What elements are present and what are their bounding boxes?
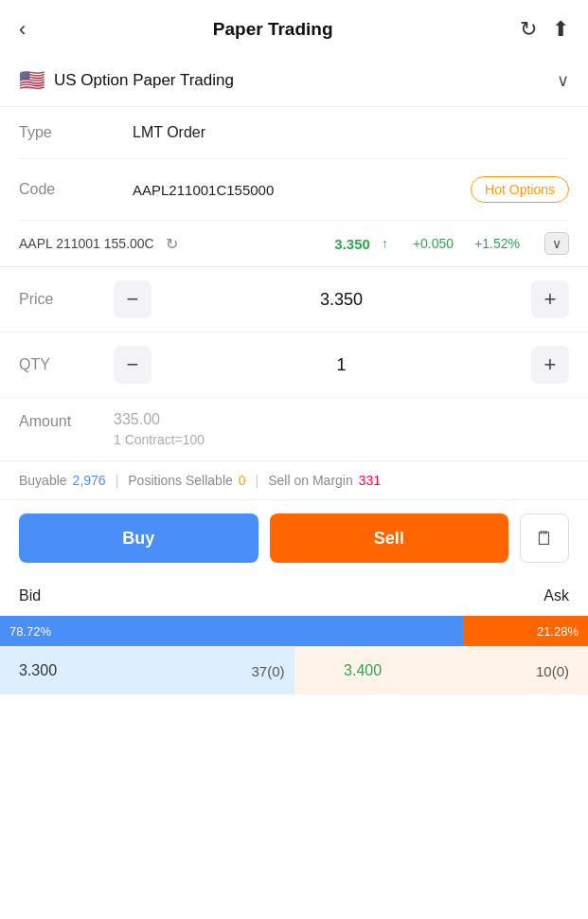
price-label: Price [19, 291, 114, 308]
type-label: Type [19, 124, 133, 141]
price-control-inner: − 3.350 + [114, 280, 569, 318]
bid-qty: 37(0) [251, 663, 284, 679]
amount-value: 335.00 [114, 411, 205, 428]
ticker-name: AAPL 211001 155.00C [19, 236, 154, 251]
hot-options-button[interactable]: Hot Options [471, 176, 569, 203]
qty-control-inner: − 1 + [114, 346, 569, 384]
ticker-pct: +1.52% [474, 236, 520, 251]
type-row: Type LMT Order [19, 107, 569, 159]
qty-label: QTY [19, 356, 114, 373]
ask-progress: 21.28% [463, 616, 588, 646]
form-section: Type LMT Order Code AAPL211001C155000 Ho… [0, 107, 588, 221]
amount-note: 1 Contract=100 [114, 432, 205, 447]
margin-label: Sell on Margin [268, 473, 353, 488]
header-icons: ↻ ⬆ [520, 17, 569, 42]
margin-value: 331 [359, 473, 381, 488]
bid-ask-header: Bid Ask [0, 576, 588, 616]
qty-control-row: QTY − 1 + [0, 333, 588, 398]
positions-label: Positions Sellable [128, 473, 233, 488]
bid-price: 3.300 [19, 662, 251, 679]
ticker-refresh-icon[interactable]: ↻ [166, 235, 178, 253]
qty-minus-button[interactable]: − [114, 346, 151, 384]
header: ‹ Paper Trading ↻ ⬆ [0, 0, 588, 55]
ask-side: 3.400 10(0) [294, 647, 589, 694]
ticker-arrow-icon: ↑ [382, 236, 388, 251]
code-label: Code [19, 181, 133, 198]
price-value: 3.350 [151, 290, 531, 310]
ask-qty: 10(0) [432, 663, 569, 679]
bid-ask-section: Bid Ask 78.72% 21.28% 3.300 37(0) 3.400 … [0, 576, 588, 694]
ask-pct-label: 21.28% [537, 624, 579, 639]
orders-button[interactable]: 🗒 [520, 514, 569, 563]
bid-progress: 78.72% [0, 616, 463, 646]
flag-icon: 🇺🇸 [19, 68, 45, 93]
orders-icon: 🗒 [535, 528, 554, 550]
back-button[interactable]: ‹ [19, 17, 26, 42]
chevron-down-icon[interactable]: ∨ [557, 70, 569, 91]
account-row[interactable]: 🇺🇸 US Option Paper Trading ∨ [0, 55, 588, 107]
share-icon[interactable]: ⬆ [552, 17, 569, 42]
qty-plus-button[interactable]: + [531, 346, 569, 384]
code-row: Code AAPL211001C155000 Hot Options [19, 159, 569, 221]
sell-button[interactable]: Sell [270, 514, 509, 563]
account-left: 🇺🇸 US Option Paper Trading [19, 68, 234, 93]
ticker-row: AAPL 211001 155.00C ↻ 3.350 ↑ +0.050 +1.… [0, 221, 588, 267]
account-label: US Option Paper Trading [54, 71, 234, 90]
price-minus-button[interactable]: − [114, 280, 151, 318]
bid-label: Bid [19, 587, 294, 604]
price-plus-button[interactable]: + [531, 280, 569, 318]
bid-pct-label: 78.72% [9, 624, 51, 639]
order-book-row: 3.300 37(0) 3.400 10(0) [0, 646, 588, 694]
amount-row: Amount 335.00 1 Contract=100 [0, 398, 588, 461]
type-value[interactable]: LMT Order [133, 124, 569, 141]
ticker-expand-button[interactable]: ∨ [544, 232, 569, 255]
ask-label: Ask [294, 587, 570, 604]
buy-button[interactable]: Buy [19, 514, 258, 563]
amount-label: Amount [19, 411, 114, 430]
buyable-value: 2,976 [73, 473, 106, 488]
bid-ask-progress-bar: 78.72% 21.28% [0, 616, 588, 646]
amount-values: 335.00 1 Contract=100 [114, 411, 205, 447]
action-row: Buy Sell 🗒 [0, 500, 588, 576]
ticker-change: +0.050 [413, 236, 454, 251]
price-control-row: Price − 3.350 + [0, 267, 588, 333]
buyable-row: Buyable 2,976 | Positions Sellable 0 | S… [0, 461, 588, 500]
refresh-icon[interactable]: ↻ [520, 17, 537, 42]
buyable-label: Buyable [19, 473, 67, 488]
positions-value: 0 [239, 473, 246, 488]
ticker-price: 3.350 [334, 236, 370, 252]
page-title: Paper Trading [213, 19, 333, 40]
qty-value: 1 [151, 355, 531, 375]
code-value[interactable]: AAPL211001C155000 [133, 182, 471, 198]
ask-price: 3.400 [294, 662, 432, 679]
bid-side: 3.300 37(0) [0, 647, 294, 694]
